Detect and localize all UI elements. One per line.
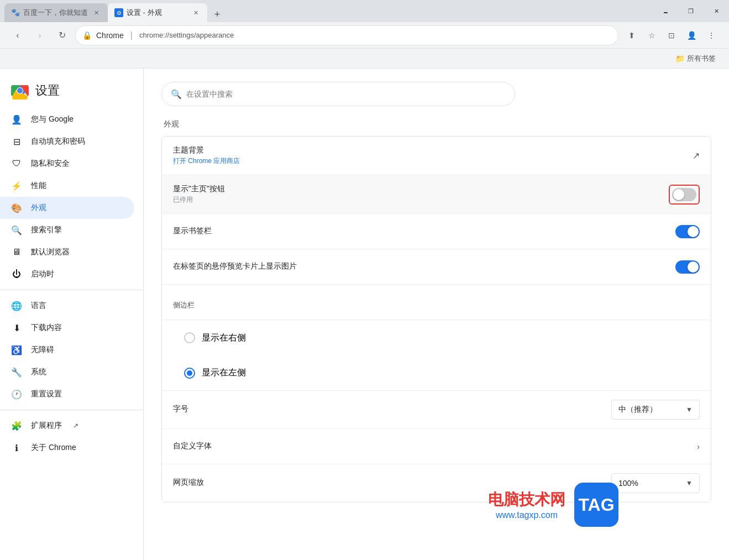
sidebar-label-performance: 性能 [31, 181, 46, 191]
settings-row-custom-font[interactable]: 自定义字体 › [162, 429, 711, 464]
sidebar-label-about: 关于 Chrome [31, 443, 76, 453]
settings-row-theme: 主题背景 打开 Chrome 应用商店 ↗ [162, 137, 711, 175]
folder-icon: 📁 [675, 54, 685, 63]
tab-search-button[interactable]: ⊡ [663, 27, 680, 44]
home-button-toggle[interactable] [672, 188, 696, 201]
close-button[interactable]: ✕ [704, 0, 729, 22]
theme-subtitle[interactable]: 打开 Chrome 应用商店 [173, 156, 693, 166]
sidebar-section-label: 侧边栏 [173, 300, 700, 311]
search-input[interactable] [186, 90, 506, 98]
sidebar-label-reset: 重置设置 [31, 389, 62, 399]
performance-icon: ⚡ [11, 180, 22, 191]
sidebar-item-extensions[interactable]: 🧩 扩展程序 ↗ [0, 415, 134, 437]
brush-icon: 🎨 [11, 202, 22, 213]
font-size-value: 中（推荐） [618, 405, 657, 415]
tab-baidu[interactable]: 🐾 百度一下，你就知道 ✕ [4, 3, 108, 22]
shield-icon: 🛡 [11, 158, 22, 169]
sidebar: 设置 👤 您与 Google ⊟ 自动填充和密码 🛡 隐私和安全 ⚡ 性能 🎨 [0, 69, 144, 560]
font-size-select[interactable]: 中（推荐） ▼ [611, 400, 700, 420]
sidebar-item-performance[interactable]: ⚡ 性能 [0, 175, 134, 197]
radio-left[interactable] [184, 368, 195, 379]
settings-row-font-size: 字号 中（推荐） ▼ [162, 391, 711, 429]
share-button[interactable]: ⬆ [623, 27, 641, 44]
reload-button[interactable]: ↻ [53, 27, 71, 44]
bookmarks-bar-label: 显示书签栏 [173, 226, 675, 237]
new-tab-button[interactable]: + [209, 7, 225, 22]
sidebar-label-startup: 启动时 [31, 269, 54, 279]
sidebar-header: 设置 [0, 77, 143, 108]
sidebar-label-system: 系统 [31, 367, 46, 377]
sidebar-item-autofill[interactable]: ⊟ 自动填充和密码 [0, 130, 134, 153]
svg-point-3 [17, 88, 23, 93]
section-title-appearance: 外观 [161, 119, 711, 129]
bookmark-button[interactable]: ☆ [643, 27, 660, 44]
sidebar-label-autofill: 自动填充和密码 [31, 137, 85, 146]
home-button-title: 显示"主页"按钮 [173, 184, 669, 194]
maximize-button[interactable]: ❐ [678, 0, 704, 22]
page-zoom-value: 100% [618, 479, 638, 488]
custom-font-title: 自定义字体 [173, 441, 697, 451]
security-icon: 🔒 [82, 31, 92, 40]
settings-row-bookmarks-bar: 显示书签栏 [162, 214, 711, 249]
sidebar-item-default-browser[interactable]: 🖥 默认浏览器 [0, 241, 134, 263]
settings-row-sidebar-header: 侧边栏 [162, 285, 711, 320]
tab-settings[interactable]: ⚙ 设置 - 外观 ✕ [108, 3, 207, 22]
forward-button[interactable]: › [31, 27, 49, 44]
settings-search-box[interactable]: 🔍 [161, 82, 515, 106]
sidebar-item-privacy[interactable]: 🛡 隐私和安全 [0, 153, 134, 175]
address-url: chrome://settings/appearance [139, 31, 234, 39]
sidebar-item-startup[interactable]: ⏻ 启动时 [0, 263, 134, 285]
sidebar-label-appearance: 外观 [31, 203, 46, 213]
sidebar-right-option[interactable]: 显示在右侧 [173, 332, 246, 344]
wrench-icon: 🔧 [11, 367, 22, 378]
tab-close-settings[interactable]: ✕ [191, 8, 201, 18]
toggle-knob-bookmarks [688, 226, 699, 237]
profile-button[interactable]: 👤 [683, 27, 700, 44]
sidebar-left-option[interactable]: 显示在左侧 [173, 367, 246, 379]
external-link-icon[interactable]: ↗ [693, 150, 700, 161]
tab-hover-toggle[interactable] [675, 260, 700, 274]
tab-title-baidu: 百度一下，你就知道 [23, 8, 88, 18]
font-size-label: 字号 [173, 404, 611, 415]
sidebar-left-label: 显示在左侧 [202, 367, 246, 379]
page-zoom-select[interactable]: 100% ▼ [611, 473, 700, 493]
tab-hover-title: 在标签页的悬停预览卡片上显示图片 [173, 261, 675, 271]
sidebar-divider-2 [0, 410, 143, 410]
sidebar-item-accessibility[interactable]: ♿ 无障碍 [0, 339, 134, 361]
back-button[interactable]: ‹ [9, 27, 27, 44]
sidebar-item-search[interactable]: 🔍 搜索引擎 [0, 219, 134, 241]
home-button-toggle-highlight [669, 185, 700, 205]
info-icon: ℹ [11, 442, 22, 453]
title-bar: 🐾 百度一下，你就知道 ✕ ⚙ 设置 - 外观 ✕ + 🗕 ❐ ✕ [0, 0, 729, 22]
address-brand: Chrome [96, 31, 124, 40]
menu-button[interactable]: ⋮ [702, 27, 720, 44]
sidebar-section-title: 侧边栏 [173, 300, 700, 310]
radio-right[interactable] [184, 332, 195, 343]
bookmarks-bar: 📁 所有书签 [0, 49, 729, 69]
browser-window: 🐾 百度一下，你就知道 ✕ ⚙ 设置 - 外观 ✕ + 🗕 ❐ ✕ ‹ › ↻ [0, 0, 729, 560]
bookmarks-label: 所有书签 [687, 54, 716, 64]
sidebar-item-about[interactable]: ℹ 关于 Chrome [0, 437, 134, 459]
settings-row-page-zoom: 网页缩放 100% ▼ [162, 464, 711, 502]
sidebar-item-downloads[interactable]: ⬇ 下载内容 [0, 317, 134, 339]
page-zoom-title: 网页缩放 [173, 478, 611, 488]
sidebar-item-appearance[interactable]: 🎨 外观 [0, 197, 134, 219]
sidebar-right-label: 显示在右侧 [202, 332, 246, 344]
search-engine-icon: 🔍 [11, 224, 22, 235]
content-area: 设置 👤 您与 Google ⊟ 自动填充和密码 🛡 隐私和安全 ⚡ 性能 🎨 [0, 69, 729, 560]
tabs-container: 🐾 百度一下，你就知道 ✕ ⚙ 设置 - 外观 ✕ + [0, 0, 729, 22]
sidebar-item-system[interactable]: 🔧 系统 [0, 361, 134, 383]
home-button-subtitle: 已停用 [173, 195, 669, 205]
toggle-knob-home [673, 189, 684, 200]
window-controls: 🗕 ❐ ✕ [653, 0, 729, 22]
sidebar-item-language[interactable]: 🌐 语言 [0, 295, 134, 317]
sidebar-item-google[interactable]: 👤 您与 Google [0, 108, 134, 130]
sidebar-item-reset[interactable]: 🕐 重置设置 [0, 383, 134, 405]
bookmarks-bar-toggle[interactable] [675, 225, 700, 238]
page-zoom-label: 网页缩放 [173, 478, 611, 489]
address-bar[interactable]: 🔒 Chrome | chrome://settings/appearance [75, 25, 618, 45]
bookmarks-folder[interactable]: 📁 所有书签 [671, 51, 720, 66]
restore-button[interactable]: 🗕 [653, 0, 678, 22]
toggle-knob-tab-hover [688, 261, 699, 273]
tab-close-baidu[interactable]: ✕ [91, 8, 101, 18]
